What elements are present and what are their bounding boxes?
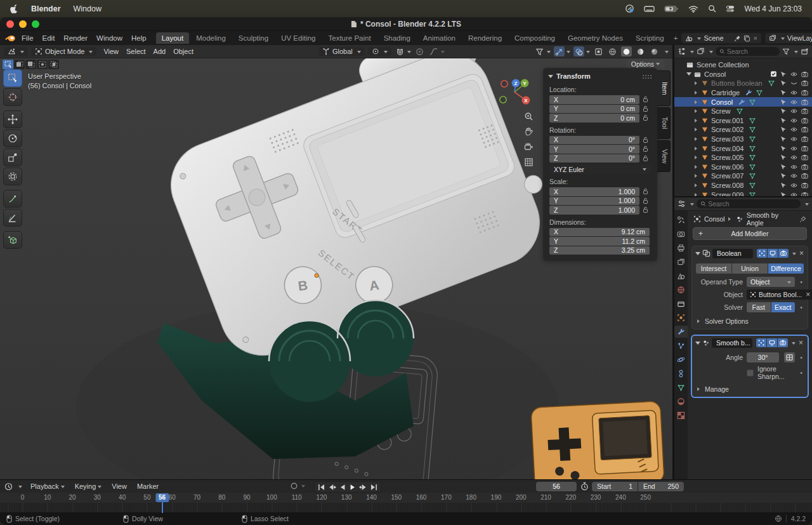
selectable-icon[interactable] bbox=[780, 98, 787, 106]
transform-value-field[interactable]: Z0 cm bbox=[549, 114, 639, 123]
mode-selector[interactable]: Object Mode bbox=[31, 47, 96, 56]
properties-search[interactable] bbox=[697, 199, 801, 208]
gizmos-toggle-icon[interactable] bbox=[554, 46, 565, 56]
disclosure-closed-icon[interactable] bbox=[695, 174, 699, 178]
modifier-name-field[interactable]: Boolean bbox=[712, 249, 753, 258]
selectable-icon[interactable] bbox=[780, 163, 787, 171]
outliner-row[interactable]: Screw.001 bbox=[674, 116, 812, 126]
outliner-display-mode-icon[interactable] bbox=[697, 48, 705, 55]
transform-value-field[interactable]: Z1.000 bbox=[549, 206, 639, 215]
properties-tab-output[interactable] bbox=[674, 242, 688, 254]
proportional-editing-icon[interactable] bbox=[414, 46, 425, 56]
outliner-row[interactable]: Screw.005 bbox=[674, 153, 812, 163]
disclosure-closed-icon[interactable] bbox=[695, 128, 699, 131]
transform-tool[interactable] bbox=[3, 168, 22, 185]
disclosure-closed-icon[interactable] bbox=[695, 137, 699, 141]
cursor-tool[interactable] bbox=[3, 88, 22, 106]
menubar-battery-icon[interactable] bbox=[664, 5, 679, 13]
new-scene-icon[interactable] bbox=[743, 35, 750, 42]
selectable-icon[interactable] bbox=[780, 107, 787, 115]
start-frame-field[interactable]: Start1 bbox=[592, 482, 638, 491]
show-object-types-filter-icon[interactable] bbox=[534, 46, 545, 56]
unlink-scene-icon[interactable]: × bbox=[753, 34, 757, 42]
display-render-toggle[interactable] bbox=[778, 249, 789, 258]
properties-editor-type-icon[interactable] bbox=[678, 200, 686, 208]
options-button[interactable]: Options bbox=[626, 59, 665, 69]
outliner-row[interactable]: Screw.004 bbox=[674, 143, 812, 153]
properties-tab-object[interactable] bbox=[674, 312, 688, 324]
disclosure-closed-icon[interactable] bbox=[695, 156, 699, 159]
topbar-menu-window[interactable]: Window bbox=[92, 33, 127, 43]
render-visibility-icon[interactable] bbox=[801, 163, 809, 171]
modifier-extras-icon[interactable] bbox=[792, 253, 796, 257]
delete-modifier-icon[interactable]: × bbox=[798, 249, 805, 258]
visibility-eye-icon[interactable] bbox=[790, 126, 798, 133]
workspace-tab-rendering[interactable]: Rendering bbox=[462, 32, 508, 44]
operation-union[interactable]: Union bbox=[732, 263, 768, 274]
outliner-editor-type-icon[interactable] bbox=[678, 48, 686, 55]
move-tool[interactable] bbox=[3, 110, 22, 128]
transform-value-field[interactable]: X9.12 cm bbox=[549, 228, 650, 237]
select-mode-set[interactable] bbox=[3, 60, 13, 69]
workspace-tab-shading[interactable]: Shading bbox=[378, 32, 416, 44]
display-realtime-toggle[interactable] bbox=[767, 338, 777, 347]
selectable-icon[interactable] bbox=[780, 172, 787, 180]
render-visibility-icon[interactable] bbox=[801, 154, 809, 161]
select-mode-extend[interactable] bbox=[14, 60, 25, 69]
properties-tab-physics[interactable] bbox=[674, 354, 688, 366]
clear-object-icon[interactable]: × bbox=[804, 290, 811, 299]
zoom-view-icon[interactable] bbox=[520, 110, 537, 123]
sidebar-tab-view[interactable]: View bbox=[657, 140, 671, 172]
topbar-menu-edit[interactable]: Edit bbox=[38, 33, 60, 43]
transform-orientation-selector[interactable]: Global bbox=[318, 47, 365, 56]
selectable-icon[interactable] bbox=[780, 135, 787, 143]
breadcrumb-object[interactable]: Consol bbox=[704, 215, 725, 223]
jump-to-end-button[interactable] bbox=[370, 484, 378, 491]
render-visibility-icon[interactable] bbox=[801, 182, 809, 189]
selectable-icon[interactable] bbox=[780, 126, 787, 133]
workspace-tab-scripting[interactable]: Scripting bbox=[630, 32, 670, 44]
visibility-eye-icon[interactable] bbox=[790, 98, 798, 106]
operation-difference[interactable]: Difference bbox=[768, 263, 804, 274]
render-visibility-icon[interactable] bbox=[801, 126, 809, 133]
animate-property-dot[interactable]: • bbox=[799, 354, 804, 361]
shading-wireframe-icon[interactable] bbox=[607, 46, 618, 56]
timeline-strip[interactable] bbox=[0, 503, 812, 513]
lock-icon[interactable] bbox=[643, 206, 648, 213]
viewport-menu-object[interactable]: Object bbox=[169, 46, 197, 56]
lock-icon[interactable] bbox=[643, 114, 648, 121]
boolean-object-field[interactable]: Buttons Bool... × bbox=[747, 289, 812, 300]
lock-icon[interactable] bbox=[643, 188, 648, 195]
rotate-tool[interactable] bbox=[3, 130, 22, 147]
manage-subpanel[interactable]: Manage bbox=[692, 383, 808, 394]
workspace-tab-modeling[interactable]: Modeling bbox=[190, 32, 232, 44]
solver-exact[interactable]: Exact bbox=[771, 302, 796, 312]
transform-value-field[interactable]: X0° bbox=[549, 136, 639, 145]
lock-icon[interactable] bbox=[643, 145, 648, 152]
disclosure-closed-icon[interactable] bbox=[695, 147, 699, 150]
viewlayer-name[interactable]: ViewLayer bbox=[787, 34, 812, 42]
end-frame-field[interactable]: End250 bbox=[638, 482, 684, 491]
menubar-clock[interactable]: Wed 4 Jun 23:03 bbox=[744, 4, 802, 13]
render-visibility-icon[interactable] bbox=[801, 107, 809, 115]
outliner-row[interactable]: Consol bbox=[674, 70, 812, 79]
display-render-toggle[interactable] bbox=[778, 338, 788, 347]
viewport-menu-add[interactable]: Add bbox=[150, 46, 170, 56]
input-attribute-toggle[interactable] bbox=[784, 352, 795, 362]
visibility-eye-icon[interactable] bbox=[790, 182, 798, 189]
blender-logo-icon[interactable] bbox=[5, 34, 16, 43]
transform-value-field[interactable]: X1.000 bbox=[549, 187, 639, 196]
visibility-eye-icon[interactable] bbox=[790, 89, 798, 96]
navigation-gizmo[interactable]: Z Y X bbox=[494, 71, 536, 113]
solver-options-subpanel[interactable]: Solver Options bbox=[692, 315, 808, 326]
zoom-window-button[interactable] bbox=[32, 20, 39, 28]
display-editmode-toggle[interactable] bbox=[756, 338, 766, 347]
render-visibility-icon[interactable] bbox=[801, 89, 809, 96]
properties-search-input[interactable] bbox=[708, 200, 797, 208]
selectable-icon[interactable] bbox=[780, 182, 787, 189]
operand-type-dropdown[interactable]: Object bbox=[747, 277, 795, 287]
delete-modifier-icon[interactable]: × bbox=[797, 338, 804, 347]
snap-magnet-icon[interactable] bbox=[395, 46, 405, 56]
properties-tab-constraints[interactable] bbox=[674, 368, 688, 380]
add-modifier-button[interactable]: +Add Modifier bbox=[693, 227, 807, 240]
